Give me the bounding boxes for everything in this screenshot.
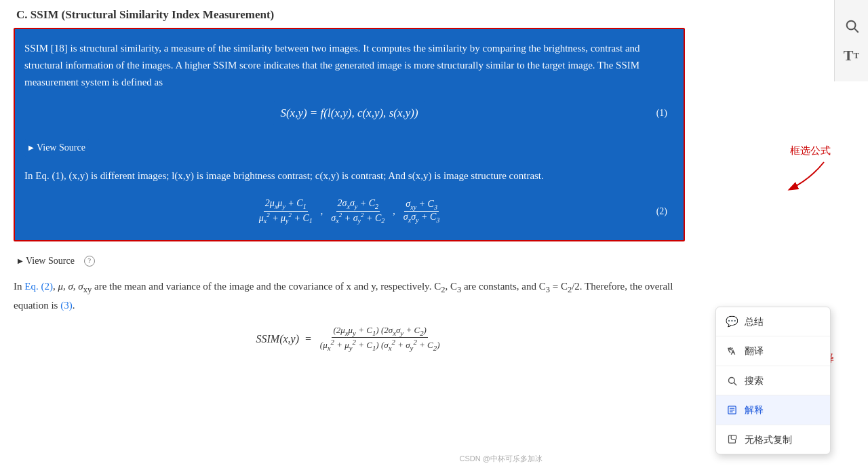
context-menu: 💬 总结 翻译 搜索 bbox=[715, 307, 831, 454]
annotation-formula-arrow bbox=[776, 159, 831, 193]
formula-2-c: 2σxσy + C2 σx2 + σy2 + C2 bbox=[327, 197, 389, 227]
annotation-formula-text: 框选公式 bbox=[790, 142, 831, 159]
menu-label-summary: 总结 bbox=[745, 314, 764, 329]
annotation-formula-select: 框选公式 bbox=[776, 142, 831, 193]
menu-label-explain: 解释 bbox=[745, 402, 764, 417]
paragraph-1: SSIM [18] is structural similarity, a me… bbox=[24, 40, 674, 90]
paragraph-2: In Eq. (1), (x,y) is different images; l… bbox=[24, 168, 674, 184]
font-size-toolbar-icon[interactable]: TT bbox=[842, 46, 861, 65]
summary-icon: 💬 bbox=[726, 315, 738, 328]
explain-icon bbox=[726, 404, 738, 416]
main-content: C. SSIM (Structural Similarity Index Mea… bbox=[0, 0, 698, 468]
ssim-formula-label: SSIM(x,y) bbox=[256, 330, 299, 348]
svg-line-1 bbox=[854, 28, 858, 32]
menu-item-search[interactable]: 搜索 bbox=[716, 366, 830, 395]
help-icon[interactable]: ? bbox=[84, 256, 95, 267]
menu-label-no-format-copy: 无格式复制 bbox=[745, 432, 792, 447]
formula-1: S(x,y) = f(l(x,y), c(x,y), s(x,y)) bbox=[273, 101, 425, 125]
formula-2-area: 2μxμy + C1 μx2 + μy2 + C1 , 2σxσy + C2 σ… bbox=[24, 190, 674, 233]
svg-line-3 bbox=[734, 383, 736, 385]
view-source-1-container: ▶ View Source bbox=[24, 135, 674, 161]
menu-label-translate: 翻译 bbox=[745, 343, 764, 358]
search-icon bbox=[726, 374, 738, 387]
formula-2-number: (2) bbox=[656, 204, 667, 219]
view-source-2-container: ▶ View Source ? bbox=[14, 248, 685, 274]
view-source-2-button[interactable]: ▶ View Source bbox=[14, 252, 79, 270]
view-source-1-label: View Source bbox=[37, 140, 85, 155]
eq3-link[interactable]: (3) bbox=[60, 300, 73, 311]
search-toolbar-icon[interactable] bbox=[842, 16, 861, 35]
formula-2-l: 2μxμy + C1 μx2 + μy2 + C1 bbox=[255, 197, 317, 227]
formula-1-area: S(x,y) = f(l(x,y), c(x,y), s(x,y)) (1) bbox=[24, 94, 674, 132]
translate-icon bbox=[726, 345, 738, 357]
ssim-formula-area: SSIM(x,y) = (2μxμy + C1) (2σxσy + C2) (μ… bbox=[14, 318, 685, 359]
arrow-icon-1: ▶ bbox=[28, 142, 34, 153]
arrow-icon-2: ▶ bbox=[18, 256, 23, 267]
paragraph-3: In Eq. (2), μ, σ, σxy are the mean and v… bbox=[14, 278, 685, 313]
csdn-watermark: CSDN @中杯可乐多加冰 bbox=[460, 453, 542, 465]
formula-1-number: (1) bbox=[656, 106, 667, 121]
section-heading: C. SSIM (Structural Similarity Index Mea… bbox=[14, 5, 685, 24]
toolbar: TT bbox=[834, 0, 868, 81]
menu-item-no-format-copy[interactable]: 无格式复制 bbox=[716, 425, 830, 454]
view-source-1-button[interactable]: ▶ View Source bbox=[24, 139, 90, 157]
selected-content-block: SSIM [18] is structural similarity, a me… bbox=[14, 28, 685, 241]
menu-item-translate[interactable]: 翻译 bbox=[716, 336, 830, 366]
eq2-link[interactable]: Eq. (2) bbox=[24, 281, 53, 292]
copy-icon bbox=[726, 433, 738, 446]
formula-2-s: σxy + C3 σxσy + C3 bbox=[399, 197, 444, 227]
ssim-fraction: (2μxμy + C1) (2σxσy + C2) (μx2 + μy2 + C… bbox=[319, 325, 441, 353]
menu-label-search: 搜索 bbox=[745, 373, 764, 388]
menu-item-summary[interactable]: 💬 总结 bbox=[716, 307, 830, 336]
menu-item-explain[interactable]: 解释 bbox=[716, 395, 830, 425]
view-source-2-label: View Source bbox=[26, 254, 75, 269]
svg-rect-8 bbox=[731, 435, 736, 440]
